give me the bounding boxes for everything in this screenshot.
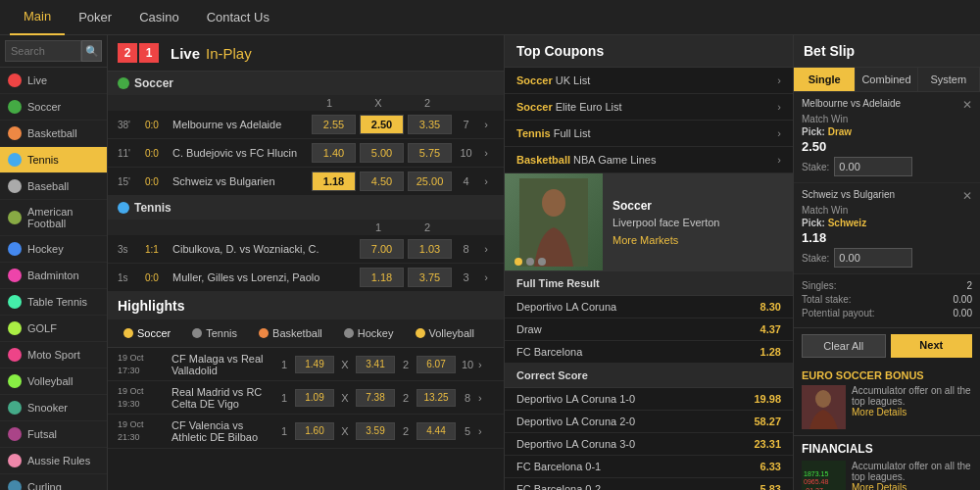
tab-system[interactable]: System: [918, 68, 980, 91]
bet-slip-header: Bet Slip: [794, 35, 980, 68]
list-item[interactable]: Soccer Elite Euro List ›: [505, 94, 793, 121]
more-markets-link[interactable]: More Markets: [612, 234, 783, 246]
table-row[interactable]: 11' 0:0 C. Budejovic vs FC Hlucin 1.40 5…: [108, 139, 504, 168]
odd-1-btn[interactable]: 1.18: [312, 172, 356, 191]
main-layout: 🔍 Live Soccer Basketball Tennis Baseball…: [0, 35, 980, 490]
odd-x-btn[interactable]: 2.50: [360, 115, 404, 134]
highlights-tab-volleyball[interactable]: Volleyball: [410, 324, 480, 342]
odd-2-btn[interactable]: 3.75: [408, 268, 452, 287]
arrow-icon: ›: [777, 154, 781, 166]
tab-combined[interactable]: Combined: [856, 68, 917, 91]
table-row[interactable]: Deportivo LA Coruna 1-0 19.98: [505, 388, 793, 411]
table-row[interactable]: Deportivo LA Coruna 3-0 23.31: [505, 433, 793, 456]
dot-3: [538, 258, 546, 266]
table-row[interactable]: FC Barcelona 0-1 6.33: [505, 456, 793, 478]
sidebar-item-badminton[interactable]: Badminton: [0, 263, 107, 289]
pick-value: Draw: [828, 126, 852, 137]
hl-odd1-btn[interactable]: 1.09: [295, 389, 334, 407]
highlights-tab-soccer[interactable]: Soccer: [118, 324, 176, 342]
odd-1-btn[interactable]: 2.55: [312, 115, 356, 134]
table-row[interactable]: 19 Oct19:30 Real Madrid vs RC Celta DE V…: [108, 381, 504, 415]
odd-1-btn[interactable]: 7.00: [360, 239, 404, 259]
table-row[interactable]: 19 Oct21:30 CF Valencia vs Athletic DE B…: [108, 415, 504, 448]
hl-oddx-btn[interactable]: 3.59: [356, 422, 395, 440]
volleyball-icon: [8, 374, 22, 388]
nav-contact[interactable]: Contact Us: [193, 0, 283, 35]
hl-odd2-btn[interactable]: 6.07: [416, 356, 456, 373]
hl-odd2-btn[interactable]: 4.44: [416, 422, 456, 440]
table-row[interactable]: 38' 0:0 Melbourne vs Adelaide 2.55 2.50 …: [108, 111, 504, 139]
table-row[interactable]: Deportivo LA Coruna 2-0 58.27: [505, 411, 793, 433]
bonus-more-link[interactable]: More Details: [852, 407, 972, 417]
odd-1-btn[interactable]: 1.40: [312, 143, 356, 163]
sidebar-item-futsal[interactable]: Futsal: [0, 421, 107, 448]
stake-input-2[interactable]: [834, 248, 912, 268]
sidebar-item-volleyball[interactable]: Volleyball: [0, 368, 107, 395]
list-item[interactable]: Basketball NBA Game Lines ›: [505, 147, 793, 173]
hockey-tab-icon: [344, 328, 354, 338]
sidebar-item-basketball[interactable]: Basketball: [0, 121, 107, 147]
odd-2-btn[interactable]: 1.03: [408, 239, 452, 259]
hl-oddx-btn[interactable]: 7.38: [356, 389, 395, 407]
nav-casino[interactable]: Casino: [125, 0, 192, 35]
sidebar: 🔍 Live Soccer Basketball Tennis Baseball…: [0, 35, 108, 490]
nav-poker[interactable]: Poker: [65, 0, 125, 35]
financials-more-link[interactable]: More Details: [852, 482, 972, 490]
clear-all-button[interactable]: Clear All: [802, 334, 886, 358]
bonus-title: EURO SOCCER BONUS: [802, 369, 972, 381]
sidebar-item-soccer[interactable]: Soccer: [0, 94, 107, 121]
odd-x-btn[interactable]: 4.50: [360, 172, 404, 191]
tab-single[interactable]: Single: [794, 68, 856, 91]
sidebar-item-label: Moto Sport: [27, 349, 80, 361]
table-row[interactable]: 1s 0:0 Muller, Gilles vs Lorenzi, Paolo …: [108, 264, 504, 292]
sidebar-item-snooker[interactable]: Snooker: [0, 395, 107, 421]
table-row[interactable]: 19 Oct17:30 CF Malaga vs Real Valladolid…: [108, 348, 504, 381]
hockey-icon: [8, 242, 22, 256]
financials-section: FINANCIALS 1873.15 0965.48 -01.27 Accumu…: [794, 436, 980, 490]
sidebar-item-baseball[interactable]: Baseball: [0, 173, 107, 200]
list-item[interactable]: Soccer UK List ›: [505, 68, 793, 94]
close-bet-2-button[interactable]: ✕: [962, 189, 972, 203]
live-title: Live: [171, 45, 200, 62]
table-row[interactable]: FC Barcelona 0-2 5.83: [505, 478, 793, 490]
highlights-tab-tennis[interactable]: Tennis: [186, 324, 243, 342]
highlights-tab-basketball[interactable]: Basketball: [253, 324, 328, 342]
table-row[interactable]: Deportivo LA Coruna 8.30: [505, 296, 793, 318]
search-input[interactable]: [5, 40, 81, 62]
stake-input-1[interactable]: [834, 157, 912, 176]
hl-odd1-btn[interactable]: 1.49: [295, 356, 334, 373]
sidebar-item-label: Badminton: [27, 270, 79, 281]
tennis-section-header: Tennis: [108, 196, 504, 220]
sidebar-item-hockey[interactable]: Hockey: [0, 236, 107, 263]
hl-odd2-btn[interactable]: 13.25: [416, 389, 456, 407]
table-row[interactable]: 3s 1:1 Cibulkova, D. vs Wozniacki, C. 7.…: [108, 235, 504, 264]
odd-2-btn[interactable]: 5.75: [408, 143, 452, 163]
arrow-icon: ›: [777, 74, 781, 86]
sidebar-item-american-football[interactable]: American Football: [0, 200, 107, 236]
search-button[interactable]: 🔍: [81, 40, 102, 62]
sidebar-item-moto-sport[interactable]: Moto Sport: [0, 342, 107, 368]
table-row[interactable]: Draw 4.37: [505, 318, 793, 341]
next-button[interactable]: Next: [891, 334, 973, 358]
coupons-panel: Top Coupons Soccer UK List › Soccer Elit…: [505, 35, 794, 490]
soccer-icon: [8, 100, 22, 114]
table-row[interactable]: FC Barcelona 1.28: [505, 341, 793, 364]
close-bet-1-button[interactable]: ✕: [962, 98, 972, 112]
sidebar-item-tennis[interactable]: Tennis: [0, 147, 107, 173]
sidebar-item-live[interactable]: Live: [0, 68, 107, 94]
odd-x-btn[interactable]: 5.00: [360, 143, 404, 163]
sidebar-item-curling[interactable]: Curling: [0, 474, 107, 490]
sidebar-item-table-tennis[interactable]: Table Tennis: [0, 289, 107, 316]
promo-banner: Soccer Liverpool face Everton More Marke…: [505, 173, 793, 271]
hl-odd1-btn[interactable]: 1.60: [295, 422, 334, 440]
sidebar-item-golf[interactable]: GOLF: [0, 316, 107, 342]
table-row[interactable]: 15' 0:0 Schweiz vs Bulgarien 1.18 4.50 2…: [108, 168, 504, 196]
odd-2-btn[interactable]: 25.00: [408, 172, 452, 191]
odd-1-btn[interactable]: 1.18: [360, 268, 404, 287]
odd-2-btn[interactable]: 3.35: [408, 115, 452, 134]
list-item[interactable]: Tennis Full List ›: [505, 121, 793, 147]
sidebar-item-aussie-rules[interactable]: Aussie Rules: [0, 448, 107, 474]
highlights-tab-hockey[interactable]: Hockey: [338, 324, 400, 342]
nav-main[interactable]: Main: [10, 0, 65, 35]
hl-oddx-btn[interactable]: 3.41: [356, 356, 395, 373]
